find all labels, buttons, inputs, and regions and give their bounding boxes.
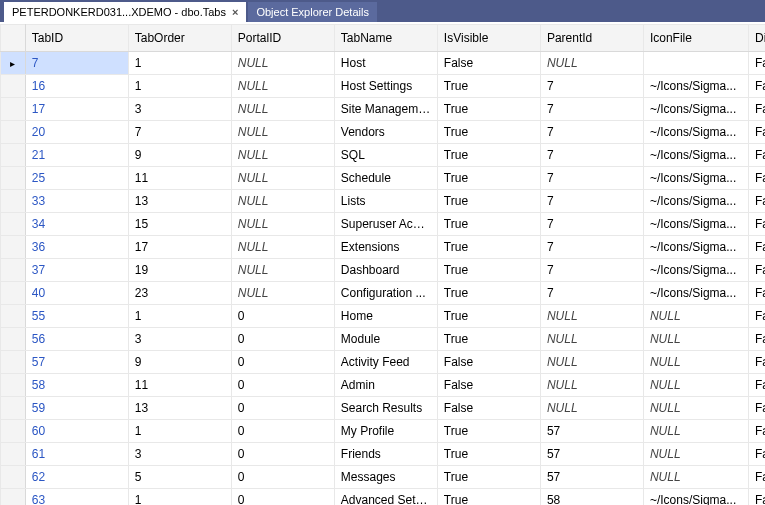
grid-cell[interactable]: 7 bbox=[128, 121, 231, 144]
row-selector[interactable] bbox=[1, 190, 26, 213]
column-header-taborder[interactable]: TabOrder bbox=[128, 25, 231, 52]
grid-cell[interactable]: True bbox=[437, 236, 540, 259]
grid-cell[interactable]: Host bbox=[334, 52, 437, 75]
grid-cell[interactable]: NULL bbox=[540, 374, 643, 397]
grid-cell[interactable]: True bbox=[437, 328, 540, 351]
row-selector[interactable] bbox=[1, 489, 26, 506]
grid-cell[interactable]: 58 bbox=[25, 374, 128, 397]
grid-cell[interactable]: 11 bbox=[128, 167, 231, 190]
table-row[interactable]: 3617NULLExtensionsTrue7~/Icons/Sigma...F… bbox=[1, 236, 766, 259]
grid-cell[interactable]: 0 bbox=[231, 489, 334, 506]
grid-cell[interactable]: ~/Icons/Sigma... bbox=[643, 213, 748, 236]
grid-cell[interactable]: Superuser Acco... bbox=[334, 213, 437, 236]
grid-cell[interactable]: 21 bbox=[25, 144, 128, 167]
grid-cell[interactable]: 0 bbox=[231, 466, 334, 489]
grid-cell[interactable]: 17 bbox=[128, 236, 231, 259]
row-selector[interactable] bbox=[1, 374, 26, 397]
grid-cell[interactable]: NULL bbox=[643, 351, 748, 374]
grid-cell[interactable]: Advanced Setti... bbox=[334, 489, 437, 506]
grid-cell[interactable]: ~/Icons/Sigma... bbox=[643, 121, 748, 144]
tab-object-explorer-details[interactable]: Object Explorer Details bbox=[248, 2, 377, 22]
grid-cell[interactable]: 0 bbox=[231, 374, 334, 397]
grid-cell[interactable]: ~/Icons/Sigma... bbox=[643, 75, 748, 98]
grid-cell[interactable]: Schedule bbox=[334, 167, 437, 190]
row-selector[interactable] bbox=[1, 121, 26, 144]
grid-cell[interactable]: NULL bbox=[540, 305, 643, 328]
grid-cell[interactable]: 57 bbox=[540, 466, 643, 489]
grid-cell[interactable]: True bbox=[437, 443, 540, 466]
grid-cell[interactable]: False bbox=[437, 52, 540, 75]
grid-cell[interactable]: 1 bbox=[128, 75, 231, 98]
row-selector[interactable] bbox=[1, 75, 26, 98]
grid-cell[interactable]: Fal bbox=[749, 282, 766, 305]
grid-cell[interactable]: False bbox=[437, 374, 540, 397]
grid-cell[interactable]: NULL bbox=[643, 328, 748, 351]
grid-cell[interactable]: 9 bbox=[128, 351, 231, 374]
grid-cell[interactable]: 19 bbox=[128, 259, 231, 282]
table-row[interactable]: 5630ModuleTrueNULLNULLFal bbox=[1, 328, 766, 351]
table-row[interactable]: 3719NULLDashboardTrue7~/Icons/Sigma...Fa… bbox=[1, 259, 766, 282]
row-selector[interactable] bbox=[1, 236, 26, 259]
grid-cell[interactable]: Module bbox=[334, 328, 437, 351]
row-selector[interactable] bbox=[1, 98, 26, 121]
row-selector[interactable] bbox=[1, 305, 26, 328]
grid-cell[interactable]: Fal bbox=[749, 144, 766, 167]
grid-cell[interactable]: Host Settings bbox=[334, 75, 437, 98]
grid-cell[interactable]: ~/Icons/Sigma... bbox=[643, 144, 748, 167]
grid-cell[interactable]: Fal bbox=[749, 420, 766, 443]
grid-cell[interactable]: 61 bbox=[25, 443, 128, 466]
grid-cell[interactable]: Fal bbox=[749, 213, 766, 236]
grid-cell[interactable]: 7 bbox=[540, 259, 643, 282]
grid-cell[interactable]: ~/Icons/Sigma... bbox=[643, 98, 748, 121]
grid-cell[interactable]: Friends bbox=[334, 443, 437, 466]
row-selector[interactable] bbox=[1, 52, 26, 75]
grid-cell[interactable]: Fal bbox=[749, 443, 766, 466]
grid-cell[interactable]: 7 bbox=[540, 236, 643, 259]
grid-cell[interactable]: My Profile bbox=[334, 420, 437, 443]
grid-cell[interactable]: Fal bbox=[749, 259, 766, 282]
grid-cell[interactable]: 0 bbox=[231, 397, 334, 420]
grid-cell[interactable]: NULL bbox=[231, 213, 334, 236]
grid-cell[interactable]: 7 bbox=[25, 52, 128, 75]
grid-cell[interactable]: 7 bbox=[540, 121, 643, 144]
table-row[interactable]: 58110AdminFalseNULLNULLFal bbox=[1, 374, 766, 397]
grid-cell[interactable]: NULL bbox=[231, 52, 334, 75]
row-selector[interactable] bbox=[1, 282, 26, 305]
grid-cell[interactable]: 17 bbox=[25, 98, 128, 121]
grid-cell[interactable]: True bbox=[437, 282, 540, 305]
grid-cell[interactable]: 36 bbox=[25, 236, 128, 259]
grid-cell[interactable]: 7 bbox=[540, 167, 643, 190]
grid-cell[interactable]: Fal bbox=[749, 236, 766, 259]
grid-cell[interactable]: Fal bbox=[749, 328, 766, 351]
grid-cell[interactable]: NULL bbox=[643, 397, 748, 420]
row-selector[interactable] bbox=[1, 443, 26, 466]
grid-cell[interactable]: True bbox=[437, 144, 540, 167]
grid-cell[interactable]: 1 bbox=[128, 420, 231, 443]
grid-cell[interactable]: 0 bbox=[231, 328, 334, 351]
grid-cell[interactable]: True bbox=[437, 489, 540, 506]
grid-cell[interactable]: 34 bbox=[25, 213, 128, 236]
table-row[interactable]: 219NULLSQLTrue7~/Icons/Sigma...Fal bbox=[1, 144, 766, 167]
grid-cell[interactable]: Fal bbox=[749, 98, 766, 121]
grid-cell[interactable]: NULL bbox=[231, 259, 334, 282]
grid-cell[interactable]: False bbox=[437, 397, 540, 420]
grid-cell[interactable]: Search Results bbox=[334, 397, 437, 420]
row-selector[interactable] bbox=[1, 328, 26, 351]
table-row[interactable]: 6130FriendsTrue57NULLFal bbox=[1, 443, 766, 466]
grid-cell[interactable]: ~/Icons/Sigma... bbox=[643, 259, 748, 282]
grid-cell[interactable]: 7 bbox=[540, 144, 643, 167]
grid-cell[interactable]: 7 bbox=[540, 190, 643, 213]
row-selector[interactable] bbox=[1, 466, 26, 489]
grid-cell[interactable]: Activity Feed bbox=[334, 351, 437, 374]
grid-cell[interactable]: True bbox=[437, 213, 540, 236]
row-selector[interactable] bbox=[1, 397, 26, 420]
column-header-tabname[interactable]: TabName bbox=[334, 25, 437, 52]
grid-cell[interactable]: Messages bbox=[334, 466, 437, 489]
grid-cell[interactable]: ~/Icons/Sigma... bbox=[643, 190, 748, 213]
grid-cell[interactable]: 1 bbox=[128, 489, 231, 506]
grid-cell[interactable]: NULL bbox=[231, 75, 334, 98]
column-header-parentid[interactable]: ParentId bbox=[540, 25, 643, 52]
table-row[interactable]: 4023NULLConfiguration ...True7~/Icons/Si… bbox=[1, 282, 766, 305]
row-selector[interactable] bbox=[1, 351, 26, 374]
grid-cell[interactable]: 9 bbox=[128, 144, 231, 167]
